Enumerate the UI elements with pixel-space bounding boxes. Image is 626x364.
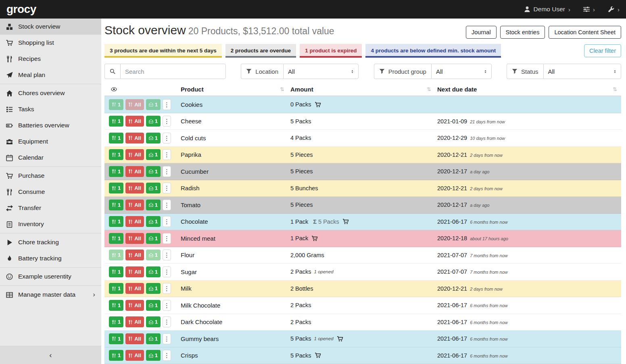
- open-one-button[interactable]: 1: [146, 216, 161, 227]
- consume-one-button[interactable]: 1: [109, 250, 123, 260]
- sidebar-item-chores-overview[interactable]: Chores overview: [0, 85, 101, 101]
- banner-below-min-stock[interactable]: 4 products are below defined min. stock …: [365, 44, 501, 58]
- consume-all-button[interactable]: All: [125, 250, 144, 260]
- open-one-button[interactable]: 1: [146, 316, 161, 327]
- open-one-button[interactable]: 1: [146, 116, 161, 127]
- consume-all-button[interactable]: All: [125, 333, 144, 344]
- consume-one-button[interactable]: 1: [109, 233, 123, 244]
- row-menu-button[interactable]: ⋮: [163, 316, 171, 327]
- consume-all-button[interactable]: All: [125, 166, 144, 177]
- search-input[interactable]: [120, 64, 226, 79]
- row-menu-button[interactable]: ⋮: [163, 250, 171, 260]
- product-name[interactable]: Cookies: [179, 101, 288, 108]
- consume-one-button[interactable]: 1: [109, 149, 123, 160]
- consume-all-button[interactable]: All: [125, 350, 144, 361]
- row-menu-button[interactable]: ⋮: [163, 266, 171, 277]
- sidebar-item-example-userentity[interactable]: Example userentity: [0, 268, 101, 285]
- product-name[interactable]: Chocolate: [179, 218, 288, 225]
- clear-filter-button[interactable]: Clear filter: [584, 44, 621, 57]
- product-name[interactable]: Milk Chocolate: [179, 302, 288, 309]
- shopping-cart-icon[interactable]: [337, 336, 343, 342]
- product-name[interactable]: Milk: [179, 285, 288, 292]
- sidebar-item-tasks[interactable]: Tasks: [0, 101, 101, 117]
- product-name[interactable]: Dark Chocolate: [179, 318, 288, 325]
- column-amount[interactable]: Amount⇅: [288, 86, 435, 93]
- open-one-button[interactable]: 1: [146, 99, 161, 110]
- sidebar-item-transfer[interactable]: Transfer: [0, 200, 101, 216]
- product-name[interactable]: Tomato: [179, 202, 288, 208]
- consume-all-button[interactable]: All: [125, 283, 144, 294]
- sidebar-item-manage-master-data[interactable]: Manage master data ›: [0, 287, 101, 303]
- sidebar-item-calendar[interactable]: Calendar: [0, 150, 101, 166]
- open-one-button[interactable]: 1: [146, 250, 161, 260]
- consume-all-button[interactable]: All: [125, 266, 144, 277]
- product-name[interactable]: Sugar: [179, 268, 288, 275]
- sidebar-item-recipes[interactable]: Recipes: [0, 51, 101, 67]
- consume-one-button[interactable]: 1: [109, 350, 123, 361]
- sidebar-item-shopping-list[interactable]: Shopping list: [0, 35, 101, 51]
- location-select[interactable]: All: [283, 64, 359, 79]
- sort-icon[interactable]: ⇅: [427, 86, 431, 92]
- product-name[interactable]: Gummy bears: [179, 335, 288, 342]
- row-menu-button[interactable]: ⋮: [163, 333, 171, 344]
- consume-all-button[interactable]: All: [125, 216, 144, 227]
- consume-one-button[interactable]: 1: [109, 183, 123, 193]
- open-one-button[interactable]: 1: [146, 350, 161, 361]
- banner-overdue[interactable]: 2 products are overdue: [225, 44, 296, 58]
- open-one-button[interactable]: 1: [146, 233, 161, 244]
- row-menu-button[interactable]: ⋮: [163, 350, 171, 361]
- consume-one-button[interactable]: 1: [109, 99, 123, 110]
- eye-icon[interactable]: [111, 86, 117, 92]
- product-name[interactable]: Paprika: [179, 151, 288, 158]
- product-name[interactable]: Cold cuts: [179, 135, 288, 141]
- sidebar-item-batteries-overview[interactable]: Batteries overview: [0, 117, 101, 133]
- sidebar-item-consume[interactable]: Consume: [0, 184, 101, 200]
- row-menu-button[interactable]: ⋮: [163, 149, 171, 160]
- consume-all-button[interactable]: All: [125, 116, 144, 127]
- product-name[interactable]: Cucumber: [179, 168, 288, 175]
- open-one-button[interactable]: 1: [146, 166, 161, 177]
- row-menu-button[interactable]: ⋮: [163, 166, 171, 177]
- product-name[interactable]: Flour: [179, 252, 288, 258]
- sort-icon[interactable]: ⇅: [613, 86, 617, 92]
- row-menu-button[interactable]: ⋮: [163, 183, 171, 193]
- sidebar-item-equipment[interactable]: Equipment: [0, 133, 101, 150]
- shopping-cart-icon[interactable]: [315, 352, 321, 358]
- consume-all-button[interactable]: All: [125, 316, 144, 327]
- consume-all-button[interactable]: All: [125, 149, 144, 160]
- row-menu-button[interactable]: ⋮: [163, 300, 171, 311]
- product-name[interactable]: Minced meat: [179, 235, 288, 242]
- banner-due-soon[interactable]: 3 products are due within the next 5 day…: [104, 44, 222, 58]
- sidebar-item-chore-tracking[interactable]: Chore tracking: [0, 234, 101, 250]
- status-select[interactable]: All: [543, 64, 621, 79]
- consume-one-button[interactable]: 1: [109, 133, 123, 144]
- sidebar-item-battery-tracking[interactable]: Battery tracking: [0, 250, 101, 266]
- row-menu-button[interactable]: ⋮: [163, 200, 171, 210]
- shopping-cart-icon[interactable]: [311, 235, 318, 241]
- row-menu-button[interactable]: ⋮: [163, 233, 171, 244]
- user-menu[interactable]: Demo User ›: [524, 6, 570, 13]
- consume-one-button[interactable]: 1: [109, 316, 123, 327]
- consume-one-button[interactable]: 1: [109, 300, 123, 311]
- consume-one-button[interactable]: 1: [109, 116, 123, 127]
- consume-one-button[interactable]: 1: [109, 216, 123, 227]
- consume-one-button[interactable]: 1: [109, 166, 123, 177]
- sidebar-collapse-button[interactable]: ‹: [0, 346, 101, 364]
- consume-one-button[interactable]: 1: [109, 333, 123, 344]
- banner-expired[interactable]: 1 product is expired: [300, 44, 362, 58]
- open-one-button[interactable]: 1: [146, 266, 161, 277]
- consume-one-button[interactable]: 1: [109, 200, 123, 210]
- consume-all-button[interactable]: All: [125, 133, 144, 144]
- admin-menu[interactable]: ›: [608, 6, 620, 12]
- product-group-select[interactable]: All: [431, 64, 492, 79]
- row-menu-button[interactable]: ⋮: [163, 133, 171, 144]
- column-product[interactable]: Product⇅: [179, 86, 288, 93]
- open-one-button[interactable]: 1: [146, 149, 161, 160]
- consume-all-button[interactable]: All: [125, 183, 144, 193]
- sort-icon[interactable]: ⇅: [280, 86, 284, 92]
- row-menu-button[interactable]: ⋮: [163, 116, 171, 127]
- open-one-button[interactable]: 1: [146, 183, 161, 193]
- consume-all-button[interactable]: All: [125, 233, 144, 244]
- sidebar-item-stock-overview[interactable]: Stock overview: [0, 19, 101, 35]
- consume-all-button[interactable]: All: [125, 99, 144, 110]
